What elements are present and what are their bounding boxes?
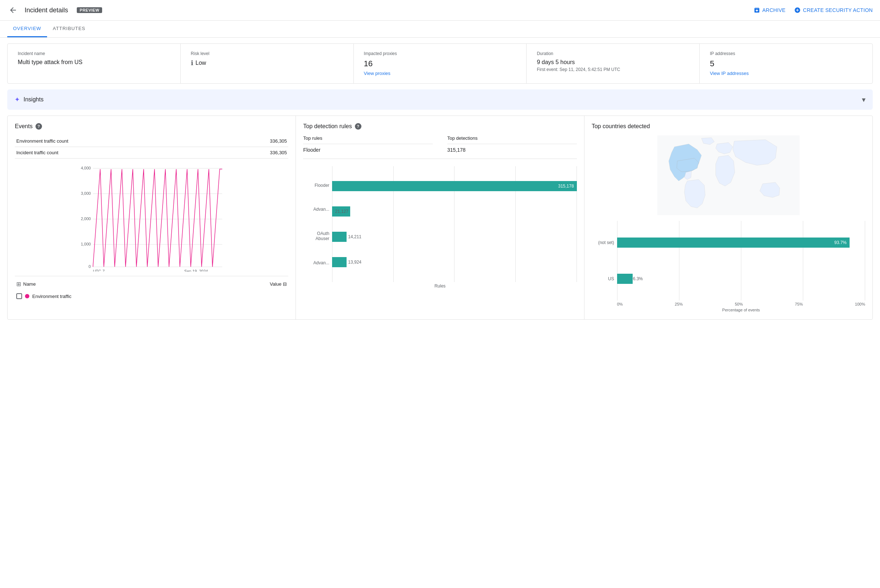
pct-axis: 0% 25% 50% 75% 100%	[592, 302, 865, 306]
countries-panel: Top countries detected	[584, 116, 873, 320]
bar-2: 14,211	[332, 232, 347, 242]
pct-25: 25%	[675, 302, 683, 306]
bar-label-0: Flooder	[303, 183, 329, 188]
events-chart-panel: Events ? Environment traffic count 336,3…	[7, 116, 296, 320]
tab-overview[interactable]: OVERVIEW	[7, 21, 47, 37]
top-rules-col: Top rules Flooder	[303, 135, 433, 153]
hbar-bars: 315,178 21,127 14,211 13,924	[332, 166, 577, 282]
chevron-down-icon: ▾	[862, 95, 865, 104]
insights-bar[interactable]: ✦ Insights ▾	[7, 89, 873, 110]
svg-text:1,000: 1,000	[81, 242, 91, 246]
incident-name-label: Incident name	[18, 51, 170, 56]
country-bar-area: (not set) US 93.7%	[592, 221, 865, 300]
svg-text:2,000: 2,000	[81, 216, 91, 221]
create-security-action-button[interactable]: CREATE SECURITY ACTION	[794, 7, 873, 14]
top-rules-label: Top rules	[303, 135, 433, 144]
back-button[interactable]	[7, 4, 19, 16]
tab-attributes[interactable]: ATTRIBUTES	[47, 21, 91, 37]
top-detections-label: Top detections	[447, 135, 577, 144]
events-chart-title: Events ?	[15, 123, 288, 130]
events-help-icon[interactable]: ?	[36, 123, 42, 130]
header-actions: ARCHIVE CREATE SECURITY ACTION	[754, 7, 873, 14]
svg-text:Sep 19, 2024: Sep 19, 2024	[184, 269, 208, 272]
world-map-svg	[592, 135, 865, 215]
grid-icon: ⊞	[16, 280, 21, 288]
duration-label: Duration	[537, 51, 689, 56]
archive-button[interactable]: ARCHIVE	[754, 7, 785, 14]
line-chart-container: 4,000 3,000 2,000 1,000 0 UTC-7 Sep 19, …	[15, 163, 288, 272]
svg-text:4,000: 4,000	[81, 166, 91, 170]
bar-1: 21,127	[332, 206, 350, 216]
ip-label: IP addresses	[710, 51, 862, 56]
pct-bottom-label: Percentage of events	[592, 308, 865, 312]
env-traffic-row-label: Environment traffic	[32, 294, 71, 299]
bar-3: 13,924	[332, 257, 347, 267]
first-event-text: First event: Sep 11, 2024, 5:42:51 PM UT…	[537, 67, 689, 72]
insights-left: ✦ Insights	[15, 96, 44, 104]
country-bar-0: 93.7%	[617, 237, 850, 248]
view-ip-addresses-link[interactable]: View IP addresses	[710, 70, 862, 76]
detection-stats: Top rules Flooder Top detections 315,178	[303, 135, 577, 159]
pct-100: 100%	[855, 302, 865, 306]
env-checkbox[interactable]	[16, 293, 22, 299]
hbar-chart-area: Flooder Advan... OAuthAbuser Advan... 31…	[303, 166, 577, 282]
risk-row: ℹ Low	[191, 59, 343, 67]
env-traffic-row: Environment traffic	[15, 290, 288, 302]
archive-icon	[754, 7, 760, 14]
columns-icon[interactable]: ⊟	[283, 281, 287, 287]
bar-label-1: Advan...	[303, 207, 329, 212]
svg-text:3,000: 3,000	[81, 191, 91, 195]
bar-row-0: 315,178	[332, 180, 577, 193]
hbar-y-labels: Flooder Advan... OAuthAbuser Advan...	[303, 166, 332, 282]
detection-chart-title: Top detection rules ?	[303, 123, 577, 130]
page-title: Incident details	[25, 6, 68, 14]
sparkle-icon: ✦	[15, 96, 20, 104]
col-name-header: ⊞ Name	[16, 280, 36, 288]
risk-info-icon: ℹ	[191, 59, 194, 67]
country-bar-row-0: 93.7%	[617, 237, 865, 248]
svg-text:0: 0	[89, 264, 91, 268]
incident-traffic-value: 336,305	[215, 147, 288, 159]
country-bar-1: 6.3%	[617, 274, 633, 284]
country-bars: 93.7% 6.3%	[617, 221, 865, 300]
detection-rules-panel: Top detection rules ? Top rules Flooder …	[296, 116, 584, 320]
create-action-icon	[794, 7, 801, 14]
insights-label: Insights	[24, 96, 44, 103]
detection-help-icon[interactable]: ?	[355, 123, 362, 130]
pct-50: 50%	[735, 302, 743, 306]
preview-badge: PREVIEW	[77, 7, 102, 13]
col-value-header: Value ⊟	[270, 281, 287, 287]
proxies-section: Impacted proxies 16 View proxies	[354, 44, 527, 83]
events-stats-table: Environment traffic count 336,305 Incide…	[15, 135, 288, 159]
tabs-bar: OVERVIEW ATTRIBUTES	[0, 21, 880, 38]
country-label-0: (not set)	[592, 240, 614, 245]
top-detections-value: 315,178	[447, 147, 577, 153]
bar-label-3: Advan...	[303, 260, 329, 266]
env-color-dot	[25, 294, 29, 298]
view-proxies-link[interactable]: View proxies	[364, 70, 517, 76]
incident-name-section: Incident name Multi type attack from US	[8, 44, 181, 83]
header: Incident details PREVIEW ARCHIVE CREATE …	[0, 0, 880, 21]
svg-text:UTC-7: UTC-7	[93, 269, 105, 272]
ip-section: IP addresses 5 View IP addresses	[700, 44, 872, 83]
pct-75: 75%	[795, 302, 803, 306]
x-axis-label: Rules	[303, 284, 577, 289]
duration-value: 9 days 5 hours	[537, 59, 689, 66]
risk-level-section: Risk level ℹ Low	[181, 44, 354, 83]
country-y-labels: (not set) US	[592, 221, 617, 300]
col-header-row: ⊞ Name Value ⊟	[15, 276, 288, 290]
proxies-label: Impacted proxies	[364, 51, 517, 56]
country-bars-section: (not set) US 93.7%	[592, 221, 865, 312]
incident-card: Incident name Multi type attack from US …	[7, 44, 873, 84]
bar-0: 315,178	[332, 181, 577, 191]
risk-value: Low	[195, 60, 206, 66]
charts-row: Events ? Environment traffic count 336,3…	[0, 116, 880, 320]
bar-row-2: 14,211	[332, 230, 577, 243]
pct-0: 0%	[617, 302, 623, 306]
risk-label: Risk level	[191, 51, 343, 56]
world-map	[592, 135, 865, 215]
bar-label-2: OAuthAbuser	[303, 231, 329, 242]
incident-name-value: Multi type attack from US	[18, 59, 170, 66]
bar-row-3: 13,924	[332, 256, 577, 268]
ip-count: 5	[710, 59, 862, 68]
